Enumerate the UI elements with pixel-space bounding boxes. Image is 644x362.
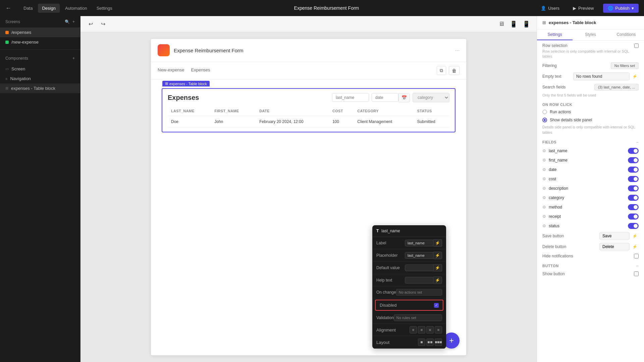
component-navigation[interactable]: ≡ Navigation xyxy=(0,74,80,83)
col-status: STATUS xyxy=(414,106,449,116)
field-toggle-last-name[interactable] xyxy=(628,148,639,154)
empty-text-input[interactable] xyxy=(573,72,630,80)
popup-label-input[interactable] xyxy=(405,240,433,246)
components-label: Components xyxy=(5,56,28,61)
undo-button[interactable]: ↩ xyxy=(86,19,96,28)
field-toggle-date[interactable] xyxy=(628,167,639,173)
layout-3-button[interactable] xyxy=(435,339,442,346)
align-justify-button[interactable]: ≡ xyxy=(435,326,442,334)
delete-table-button[interactable]: 🗑 xyxy=(449,66,460,75)
field-gear-date[interactable]: ⚙ xyxy=(542,167,546,172)
field-toggle-first-name[interactable] xyxy=(628,157,639,163)
popup-disabled-checkbox[interactable]: ✓ xyxy=(434,303,439,308)
popup-placeholder-input[interactable] xyxy=(405,252,433,259)
add-screen-icon[interactable]: + xyxy=(72,19,75,24)
field-toggle-cost[interactable] xyxy=(628,176,639,182)
tab-data[interactable]: Data xyxy=(19,4,37,13)
field-gear-description[interactable]: ⚙ xyxy=(542,186,546,191)
redo-button[interactable]: ↪ xyxy=(98,19,108,28)
show-details-radio[interactable] xyxy=(542,118,547,122)
copy-table-button[interactable]: ⧉ xyxy=(437,66,446,75)
field-toggle-method[interactable] xyxy=(628,204,639,210)
date-search-input[interactable] xyxy=(372,93,398,102)
add-component-icon[interactable]: + xyxy=(72,56,75,61)
row-selection-checkbox[interactable] xyxy=(634,44,639,48)
last-name-search-input[interactable] xyxy=(332,93,369,102)
panel-tab-conditions[interactable]: Conditions xyxy=(608,29,644,40)
search-fields-label: Search fields xyxy=(542,85,566,89)
save-button-input[interactable] xyxy=(599,232,630,240)
field-gear-status[interactable]: ⚙ xyxy=(542,224,546,228)
app-nav-expenses[interactable]: Expenses xyxy=(191,66,210,75)
popup-placeholder-bolt[interactable]: ⚡ xyxy=(433,252,442,259)
app-header-dots: ⋯ xyxy=(455,48,460,53)
save-button-bolt[interactable]: ⚡ xyxy=(631,233,639,239)
tab-automation[interactable]: Automation xyxy=(61,4,91,13)
back-button[interactable]: ← xyxy=(5,5,11,12)
field-gear-first-name[interactable]: ⚙ xyxy=(542,158,546,163)
col-first-name: FIRST_NAME xyxy=(211,106,256,116)
show-details-radio-row: Show details side panel xyxy=(537,116,644,124)
app-nav: New-expense Expenses ⧉ 🗑 xyxy=(151,62,466,79)
fields-collapse-icon[interactable]: − xyxy=(636,140,639,145)
align-center-button[interactable]: ≡ xyxy=(418,326,425,334)
field-toggle-category[interactable] xyxy=(628,195,639,201)
field-gear-receipt[interactable]: ⚙ xyxy=(542,214,546,219)
calendar-icon[interactable]: 📅 xyxy=(398,93,410,102)
popup-validation-button[interactable]: No rules set xyxy=(394,314,442,321)
component-screen[interactable]: ▭ Screen xyxy=(0,64,80,74)
app-nav-new-expense[interactable]: New-expense xyxy=(158,66,184,75)
button-section-header: BUTTON − xyxy=(537,260,644,270)
panel-tab-styles[interactable]: Styles xyxy=(573,29,608,40)
panel-tab-settings[interactable]: Settings xyxy=(537,29,573,40)
hide-notifications-checkbox[interactable] xyxy=(634,254,639,258)
delete-button-input[interactable] xyxy=(599,243,630,250)
layout-2-button[interactable] xyxy=(426,339,434,346)
field-toggle-receipt[interactable] xyxy=(628,214,639,220)
field-gear-method[interactable]: ⚙ xyxy=(542,205,546,209)
search-fields-value[interactable]: (3) last_name, date, ... xyxy=(594,84,639,90)
filtering-value[interactable]: No filters set xyxy=(611,62,639,69)
field-gear-category[interactable]: ⚙ xyxy=(542,195,546,200)
run-actions-radio[interactable] xyxy=(542,110,547,114)
component-table-block[interactable]: ⊞ expenses - Table block xyxy=(0,83,80,93)
field-cost: ⚙ cost xyxy=(537,174,644,184)
table-comp-icon: ⊞ xyxy=(5,86,8,90)
col-category: CATEGORY xyxy=(354,106,414,116)
align-left-button[interactable]: ≡ xyxy=(410,326,417,334)
show-button-checkbox[interactable] xyxy=(634,272,639,276)
table-block-inner: Expenses 📅 category xyxy=(162,89,455,132)
users-button[interactable]: 👤 Users xyxy=(537,4,564,13)
delete-button-bolt[interactable]: ⚡ xyxy=(631,244,639,250)
field-gear-last-name[interactable]: ⚙ xyxy=(542,148,546,153)
search-icon[interactable]: 🔍 xyxy=(65,19,70,24)
screen-item-new-expense[interactable]: /new-expense xyxy=(0,37,80,47)
mobile-view-button[interactable]: 📱 xyxy=(521,19,531,29)
popup-default-input[interactable] xyxy=(405,264,433,271)
popup-onchange-button[interactable]: No actions set xyxy=(396,289,442,296)
field-gear-cost[interactable]: ⚙ xyxy=(542,177,546,181)
popup-disabled-row: Disabled ✓ xyxy=(375,300,443,311)
field-toggle-description[interactable] xyxy=(628,185,639,191)
layout-1-button[interactable] xyxy=(418,339,425,346)
preview-button[interactable]: ▶ Preview xyxy=(569,4,598,13)
field-toggle-status[interactable] xyxy=(628,223,639,229)
screen-comp-icon: ▭ xyxy=(5,67,9,71)
category-select[interactable]: category xyxy=(413,93,449,102)
row-selection-row: Row selection xyxy=(542,43,639,48)
screen-item-expenses[interactable]: /expenses xyxy=(0,27,80,37)
desktop-view-button[interactable]: 🖥 xyxy=(497,19,506,29)
popup-help-input[interactable] xyxy=(405,277,433,284)
popup-help-bolt[interactable]: ⚡ xyxy=(433,277,442,284)
publish-button[interactable]: 🌐 Publish ▾ xyxy=(603,4,639,13)
empty-text-bolt[interactable]: ⚡ xyxy=(631,73,639,79)
table-row[interactable]: Doe John February 20 2024, 12:00 100 Cli… xyxy=(168,116,449,128)
empty-text-row: Empty text ⚡ xyxy=(537,71,644,82)
align-right-button[interactable]: ≡ xyxy=(426,326,434,334)
popup-label-bolt[interactable]: ⚡ xyxy=(433,239,442,247)
popup-default-bolt[interactable]: ⚡ xyxy=(433,264,442,272)
tab-design[interactable]: Design xyxy=(38,4,59,13)
tab-settings[interactable]: Settings xyxy=(93,4,116,13)
button-section-expand[interactable]: − xyxy=(636,263,639,268)
tablet-view-button[interactable]: 📱 xyxy=(508,19,519,29)
